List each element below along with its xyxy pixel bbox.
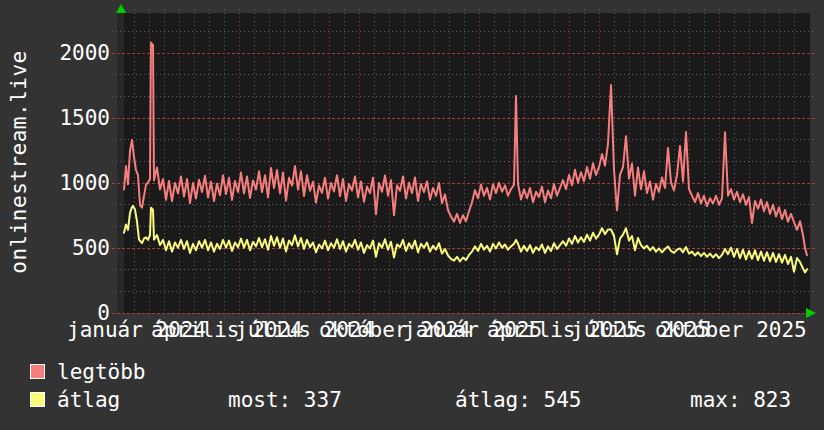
stat-atlag: átlag: 545 xyxy=(455,389,581,411)
y-tick-label: 2000 xyxy=(0,42,110,64)
stat-max: max: 823 xyxy=(690,389,791,411)
nodata-band xyxy=(117,13,124,313)
stat-most: most: 337 xyxy=(228,389,342,411)
y-tick-label: 500 xyxy=(0,237,110,259)
x-axis-arrow-icon xyxy=(806,308,816,318)
legend-swatch-legtobb xyxy=(30,364,45,379)
y-axis-arrow-icon xyxy=(116,4,126,13)
y-tick-label: 1000 xyxy=(0,172,110,194)
legend-label-legtobb: legtöbb xyxy=(57,361,146,383)
x-tick-label: október 2025 xyxy=(655,319,807,341)
y-tick-label: 1500 xyxy=(0,107,110,129)
graph-window: onlinestream.live 0500100015002000 januá… xyxy=(0,0,824,430)
legend-swatch-atlag xyxy=(30,392,45,407)
legend-label-atlag: átlag xyxy=(57,389,120,411)
